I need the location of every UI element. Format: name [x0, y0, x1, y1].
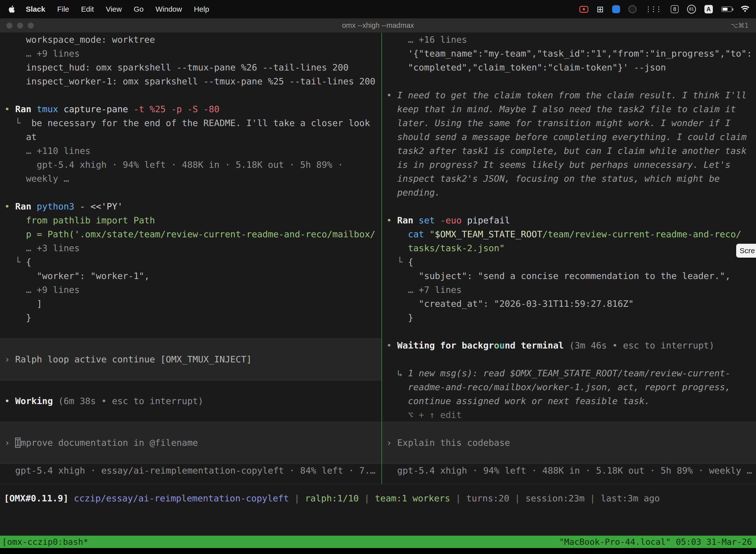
battery-percent-badge-icon[interactable]: 61: [687, 5, 696, 14]
terminal-row: • Ran tmux capture-pane -t %25 -p -S -80: [0, 102, 381, 116]
menu-edit[interactable]: Edit: [75, 5, 100, 13]
terminal-row: ⌥ + ↑ edit: [382, 408, 756, 422]
terminal-row: [0, 186, 381, 200]
dark-app-icon[interactable]: [629, 5, 636, 13]
close-window-button[interactable]: [6, 22, 12, 29]
terminal-row: • Ran python3 - <<'PY': [0, 200, 381, 214]
terminal-row: from pathlib import Path: [0, 214, 381, 227]
apple-menu-icon[interactable]: [6, 4, 17, 15]
terminal-row: └ {: [382, 255, 756, 269]
terminal-pane-right: … +16 lines '{"team_name":"my-team","tas…: [382, 33, 756, 478]
terminal-row: keep that in mind. Maybe I also need the…: [382, 102, 756, 116]
terminal-row: is in progress? It seems likely but perh…: [382, 158, 756, 172]
prompt-band-row: [0, 366, 381, 380]
terminal-row: [382, 200, 756, 214]
prompt-band-row: [0, 422, 381, 436]
menu-help[interactable]: Help: [188, 5, 215, 13]
terminal: workspace_mode: worktree … +9 lines insp…: [0, 33, 756, 536]
battery-icon[interactable]: [721, 6, 732, 12]
terminal-row: continue assigned work or next feasible …: [382, 394, 756, 408]
terminal-row: readme-and-reco/mailbox/worker-1.json, a…: [382, 380, 756, 394]
terminal-row: … +3 lines: [0, 241, 381, 255]
terminal-row: … +110 lines: [0, 144, 381, 158]
terminal-row: ]: [0, 297, 381, 311]
terminal-row: inspect_worker-1: omx sparkshell --tmux-…: [0, 74, 381, 88]
terminal-row: weekly …: [0, 172, 381, 186]
terminal-row: gpt-5.4 xhigh · 94% left · 488K in · 5.1…: [0, 158, 381, 172]
prompt-band-row: [382, 422, 756, 436]
terminal-row: └ {: [0, 255, 381, 269]
prompt-input-right[interactable]: › Explain this codebase: [382, 436, 756, 450]
prompt-input-left[interactable]: › Improve documentation in @filename: [0, 436, 381, 450]
screenshot-preview-popup[interactable]: Scre: [736, 244, 756, 258]
prompt-band-row: [0, 339, 381, 352]
terminal-row: gpt-5.4 xhigh · 94% left · 488K in · 5.1…: [382, 464, 756, 478]
terminal-row: pending.: [382, 186, 756, 200]
screen: Slack FileEditViewGoWindowHelp ⊞ ⋮⋮⋮ 8 6…: [0, 0, 756, 554]
terminal-row: … +16 lines: [382, 33, 756, 47]
blue-app-icon[interactable]: [612, 5, 620, 13]
terminal-row: • Waiting for background terminal (3m 46…: [382, 339, 756, 352]
terminal-row: "created_at": "2026-03-31T11:59:27.816Z": [382, 297, 756, 311]
wifi-icon[interactable]: [741, 6, 750, 13]
minimize-window-button[interactable]: [17, 22, 23, 29]
keypad-8-icon[interactable]: 8: [671, 5, 679, 13]
status-separator: [0, 484, 756, 484]
terminal-row: }: [382, 311, 756, 325]
terminal-row: • Ran set -euo pipefail: [382, 214, 756, 227]
dots-grid-icon[interactable]: ⋮⋮⋮: [645, 6, 662, 13]
menu-bar-status-icons: ⊞ ⋮⋮⋮ 8 61 A: [579, 5, 750, 14]
terminal-row: "completed","claim_token":"claim-token"}…: [382, 61, 756, 74]
menu-bar: Slack FileEditViewGoWindowHelp ⊞ ⋮⋮⋮ 8 6…: [0, 0, 756, 18]
terminal-row: [382, 325, 756, 339]
terminal-row: [0, 325, 381, 339]
terminal-row: cat "$OMX_TEAM_STATE_ROOT/team/review-cu…: [382, 227, 756, 241]
window-shortcut-hint: ⌥⌘1: [731, 22, 749, 29]
terminal-row: "worker": "worker-1",: [0, 269, 381, 283]
input-source-icon[interactable]: A: [704, 5, 713, 13]
terminal-row: p = Path('.omx/state/team/review-current…: [0, 227, 381, 241]
terminal-row: [0, 88, 381, 102]
terminal-row: [382, 352, 756, 366]
tmux-host-time: "MacBook-Pro-44.local" 05:03 31-Mar-26: [559, 537, 752, 547]
traffic-lights: [6, 18, 34, 33]
omx-status-line: [OMX#0.11.9] cczip/essay/ai-reimplementa…: [0, 491, 756, 505]
menu-items: FileEditViewGoWindowHelp: [51, 5, 215, 13]
menu-window[interactable]: Window: [149, 5, 188, 13]
zoom-window-button[interactable]: [28, 22, 34, 29]
app-grid-icon[interactable]: ⊞: [597, 5, 604, 13]
terminal-row: • Working (6m 38s • esc to interrupt): [0, 394, 381, 408]
terminal-row: ↳ 1 new msg(s): read $OMX_TEAM_STATE_ROO…: [382, 366, 756, 380]
terminal-row: … +9 lines: [0, 283, 381, 297]
tmux-status-bar: [omx-cczip0:bash* "MacBook-Pro-44.local"…: [0, 536, 756, 548]
menu-bar-left: Slack FileEditViewGoWindowHelp: [6, 4, 215, 15]
terminal-row: workspace_mode: worktree: [0, 33, 381, 47]
terminal-row: [0, 380, 381, 394]
screen-recording-icon[interactable]: [579, 6, 588, 13]
terminal-row: [382, 74, 756, 88]
prompt-band-row: [382, 450, 756, 464]
terminal-row: at: [0, 130, 381, 144]
terminal-pane-left: workspace_mode: worktree … +9 lines insp…: [0, 33, 381, 478]
window-title: omx --xhigh --madmax: [342, 21, 414, 30]
window-title-bar[interactable]: omx --xhigh --madmax ⌥⌘1: [0, 18, 756, 33]
terminal-row: … +9 lines: [0, 47, 381, 61]
menu-view[interactable]: View: [100, 5, 127, 13]
prompt-band-row: [0, 450, 381, 464]
terminal-row: … +7 lines: [382, 283, 756, 297]
menu-go[interactable]: Go: [128, 5, 149, 13]
terminal-row: inspect task2's JSON, focusing on the st…: [382, 172, 756, 186]
terminal-row: "subject": "send a concise recommendatio…: [382, 269, 756, 283]
menu-file[interactable]: File: [51, 5, 75, 13]
terminal-row: gpt-5.4 xhigh · essay/ai-reimplementatio…: [0, 464, 381, 478]
screenshot-preview-label: Scre: [740, 246, 755, 255]
ralph-loop-banner[interactable]: › Ralph loop active continue [OMX_TMUX_I…: [0, 352, 381, 366]
terminal-row: [0, 408, 381, 422]
terminal-row: └ be necessary for the end of the README…: [0, 116, 381, 130]
tmux-session-label: [omx-cczip0:bash*: [2, 537, 88, 547]
terminal-row: }: [0, 311, 381, 325]
active-app-name[interactable]: Slack: [20, 5, 51, 13]
terminal-row: '{"team_name":"my-team","task_id":"1","f…: [382, 47, 756, 61]
terminal-row: later. Using the same for transition mig…: [382, 116, 756, 130]
terminal-row: inspect_hud: omx sparkshell --tmux-pane …: [0, 61, 381, 74]
